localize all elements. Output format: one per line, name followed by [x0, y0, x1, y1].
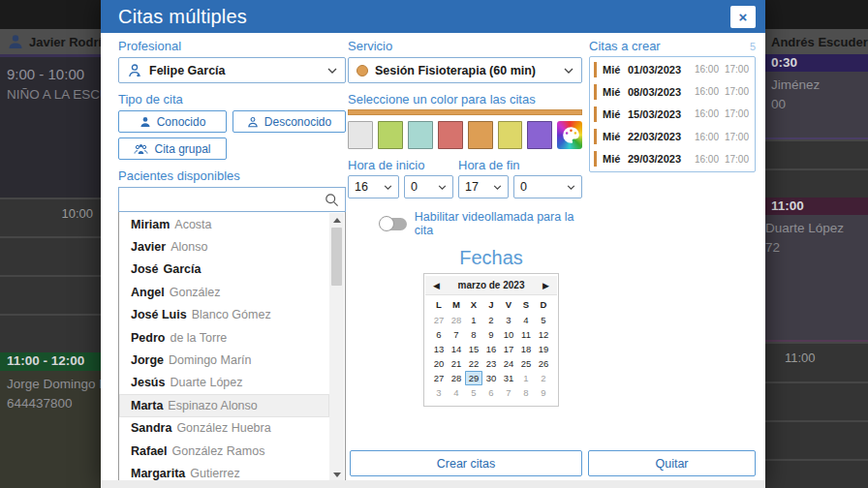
appointment-time[interactable]: 11:00 - 12:00	[0, 352, 101, 371]
time-slot[interactable]	[0, 275, 101, 314]
start-minute-select[interactable]: 0	[404, 175, 453, 198]
quitar-button[interactable]: Quitar	[588, 450, 756, 476]
patient-list-item[interactable]: MartaEspinazo Alonso	[119, 394, 329, 416]
videollamada-toggle[interactable]	[380, 218, 407, 230]
calendar-day[interactable]: 9	[535, 385, 552, 400]
calendar-day[interactable]: 26	[535, 356, 552, 371]
appointment-time[interactable]: 11:00	[765, 198, 868, 215]
patient-list-item[interactable]: JavierAlonso	[119, 235, 329, 258]
close-button[interactable]: ×	[730, 6, 756, 28]
patient-list-item[interactable]: JorgeDomingo Marín	[119, 349, 329, 371]
patient-list-item[interactable]: MiriamAcosta	[119, 213, 329, 235]
appointment-body[interactable]: Jiménez 00	[765, 72, 868, 139]
patient-list-item[interactable]: José LuisBlanco Gómez	[119, 304, 329, 326]
cita-row[interactable]: Mié01/03/202316:0017:00	[590, 58, 755, 80]
cita-row[interactable]: Mié08/03/202316:0017:00	[590, 80, 755, 103]
calendar-day[interactable]: 22	[465, 356, 482, 371]
calendar-day[interactable]: 29	[465, 371, 482, 385]
patient-list-item[interactable]: Pedrode la Torre	[119, 326, 329, 349]
calendar-day[interactable]: 17	[500, 342, 517, 356]
scroll-down-icon[interactable]	[333, 473, 341, 477]
calendar-day[interactable]: 13	[430, 342, 448, 356]
calendar-day[interactable]: 23	[482, 356, 500, 371]
time-slot[interactable]	[765, 381, 868, 420]
calendar-day[interactable]: 6	[482, 385, 500, 400]
patient-list-item[interactable]: JoséGarcía	[119, 259, 329, 281]
calendar-day[interactable]: 21	[448, 356, 465, 371]
time-slot[interactable]	[765, 420, 868, 459]
color-swatch[interactable]	[408, 121, 433, 149]
cita-row[interactable]: Mié22/03/202316:0017:00	[590, 126, 755, 148]
custom-color-palette-button[interactable]	[557, 121, 582, 149]
calendar-day[interactable]: 3	[430, 385, 448, 400]
calendar-day[interactable]: 28	[448, 313, 465, 327]
calendar-day[interactable]: 14	[448, 342, 465, 356]
patient-list-item[interactable]: SandraGonzález Huebra	[119, 417, 329, 440]
color-swatch[interactable]	[468, 121, 493, 149]
calendar-day[interactable]: 9	[482, 327, 500, 342]
calendar-day[interactable]: 1	[517, 371, 535, 385]
time-slot[interactable]	[765, 459, 868, 488]
calendar-day[interactable]: 4	[517, 313, 535, 327]
calendar-day[interactable]: 4	[448, 385, 465, 400]
calendar-day[interactable]: 30	[482, 371, 500, 385]
calendar-day[interactable]: 31	[500, 371, 517, 385]
calendar-day[interactable]: 11	[517, 327, 535, 342]
patients-scrollbar[interactable]	[329, 213, 344, 482]
calendar-day[interactable]: 2	[482, 313, 500, 327]
appointment-body[interactable]: Duarte López 72	[765, 215, 868, 342]
cita-row[interactable]: Mié29/03/202316:0017:00	[590, 148, 755, 170]
calendar-day[interactable]: 2	[535, 371, 552, 385]
prev-month-button[interactable]: ◀	[433, 281, 440, 290]
time-slot[interactable]	[0, 236, 101, 275]
calendar-day[interactable]: 18	[517, 342, 535, 356]
patient-search-input[interactable]	[125, 188, 325, 211]
appointment-time[interactable]: 0:30	[765, 54, 868, 72]
color-swatch[interactable]	[438, 121, 463, 149]
calendar-day[interactable]: 20	[430, 356, 448, 371]
time-slot[interactable]	[0, 314, 101, 352]
calendar-day[interactable]: 10	[500, 327, 517, 342]
color-swatch[interactable]	[378, 121, 403, 149]
background-appointment-block[interactable]: 9:00 - 10:00 NIÑO A LA ESCUELA	[0, 54, 101, 198]
time-slot[interactable]	[765, 168, 868, 198]
calendar-day[interactable]: 3	[500, 313, 517, 327]
calendar-day[interactable]: 19	[535, 342, 552, 356]
cita-grupal-button[interactable]: Cita grupal	[118, 137, 227, 160]
calendar-day[interactable]: 12	[535, 327, 552, 342]
start-hour-select[interactable]: 16	[348, 175, 399, 198]
calendar-day[interactable]: 24	[500, 356, 517, 371]
calendar-day[interactable]: 1	[465, 313, 482, 327]
calendar-day[interactable]: 28	[448, 371, 465, 385]
servicio-select[interactable]: Sesión Fisioterapia (60 min)	[348, 57, 582, 83]
color-swatch[interactable]	[498, 121, 523, 149]
end-minute-select[interactable]: 0	[513, 175, 582, 198]
calendar-day[interactable]: 27	[430, 313, 448, 327]
calendar-day[interactable]: 7	[448, 327, 465, 342]
patient-list-item[interactable]: AngelGonzález	[119, 281, 329, 303]
time-slot[interactable]: 11:00	[765, 342, 868, 381]
calendar-day[interactable]: 6	[430, 327, 448, 342]
color-swatch[interactable]	[348, 121, 373, 149]
desconocido-button[interactable]: Desconocido	[232, 110, 346, 133]
time-slot[interactable]: 10:00	[0, 198, 101, 236]
calendar-day[interactable]: 5	[535, 313, 552, 327]
scrollbar-thumb[interactable]	[331, 228, 342, 286]
calendar-day[interactable]: 7	[500, 385, 517, 400]
calendar-day[interactable]: 5	[465, 385, 482, 400]
patient-list-item[interactable]: RafaelGonzález Ramos	[119, 440, 329, 462]
calendar-day[interactable]: 25	[517, 356, 535, 371]
conocido-button[interactable]: Conocido	[118, 110, 227, 133]
calendar-day[interactable]: 27	[430, 371, 448, 385]
crear-citas-button[interactable]: Crear citas	[350, 450, 582, 476]
patient-list-item[interactable]: JesúsDuarte López	[119, 372, 329, 394]
cita-row[interactable]: Mié15/03/202316:0017:00	[590, 103, 755, 125]
calendar-day[interactable]: 15	[465, 342, 482, 356]
scroll-up-icon[interactable]	[333, 218, 341, 223]
appointment-body[interactable]: Jorge Domingo Marí 644437800	[0, 371, 101, 488]
color-swatch[interactable]	[527, 121, 552, 149]
end-hour-select[interactable]: 17	[458, 175, 509, 198]
calendar-day[interactable]: 8	[465, 327, 482, 342]
next-month-button[interactable]: ▶	[542, 281, 549, 290]
profesional-select[interactable]: Felipe García	[118, 57, 346, 83]
